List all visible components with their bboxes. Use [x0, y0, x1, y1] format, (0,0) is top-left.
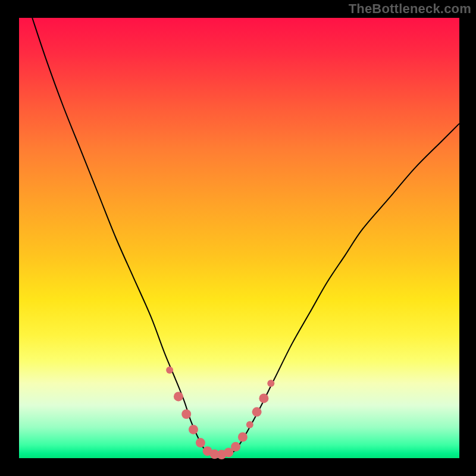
- curve-marker: [259, 393, 268, 403]
- attribution-label: TheBottleneck.com: [349, 1, 471, 17]
- curve-marker: [166, 367, 173, 374]
- curve-marker: [238, 433, 248, 442]
- curve-marker: [196, 438, 205, 447]
- curve-marker: [267, 380, 274, 387]
- chart-svg: [19, 18, 459, 458]
- curve-markers: [166, 367, 274, 459]
- curve-marker: [246, 421, 253, 428]
- curve-marker: [252, 407, 262, 416]
- bottleneck-curve: [32, 18, 459, 456]
- chart-frame: TheBottleneck.com: [0, 0, 476, 476]
- curve-marker: [189, 425, 198, 434]
- plot-area: [19, 18, 459, 458]
- curve-marker: [174, 392, 183, 401]
- curve-marker: [181, 409, 191, 419]
- curve-marker: [231, 442, 240, 452]
